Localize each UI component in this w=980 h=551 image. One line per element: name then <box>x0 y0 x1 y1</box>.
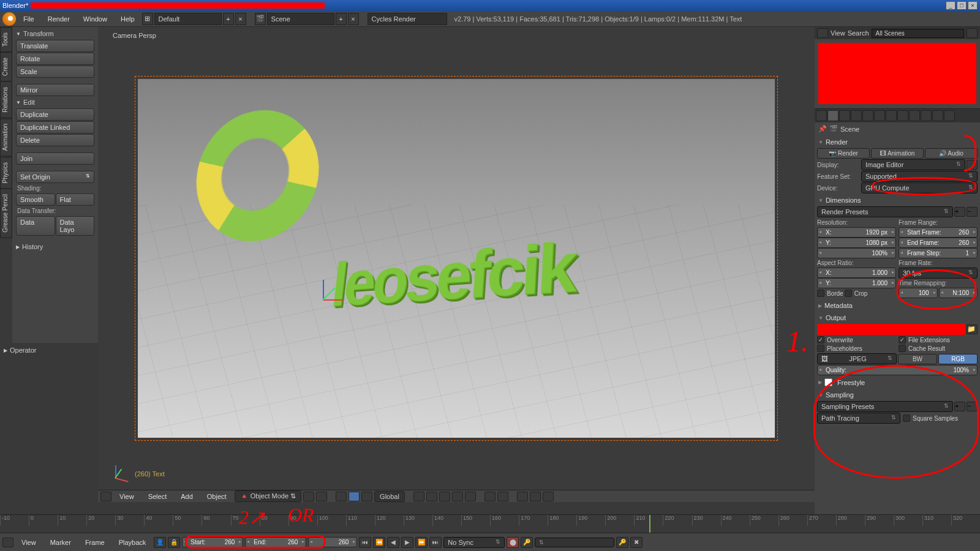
layer-3-icon[interactable] <box>439 492 450 501</box>
tab-world-icon[interactable] <box>851 110 862 121</box>
maximize-button[interactable]: □ <box>957 1 967 10</box>
transform-orientation[interactable]: Global <box>374 491 405 502</box>
tab-scene-icon[interactable] <box>839 110 850 121</box>
timeline-start-field[interactable]: Start:260 <box>182 537 243 547</box>
join-button[interactable]: Join <box>16 152 94 165</box>
rgb-button[interactable]: RGB <box>938 354 978 364</box>
frame-rate-select[interactable]: 30 fps <box>899 268 978 279</box>
tab-render-layers-icon[interactable] <box>827 110 839 121</box>
vtab-create[interactable]: Create <box>0 52 12 81</box>
mirror-button[interactable]: Mirror <box>16 84 94 96</box>
file-format-select[interactable]: 🖼 JPEG <box>817 353 897 364</box>
delete-button[interactable]: Delete <box>16 134 94 146</box>
panel-sampling[interactable]: Sampling <box>817 389 978 400</box>
tab-particles-icon[interactable] <box>932 110 943 121</box>
close-button[interactable]: × <box>968 1 978 10</box>
panel-render[interactable]: Render <box>817 137 978 148</box>
tab-material-icon[interactable] <box>909 110 920 121</box>
square-samples-checkbox[interactable]: Square Samples <box>903 413 978 424</box>
vtab-physics[interactable]: Physics <box>0 157 12 189</box>
3d-viewport[interactable]: Camera Persp leosefcik (260) Text <box>98 27 815 490</box>
vtab-relations[interactable]: Relations <box>0 81 12 118</box>
layer-1-icon[interactable] <box>413 492 424 501</box>
manipulator-rotate-icon[interactable] <box>349 492 360 501</box>
audio-button[interactable]: 🔊 Audio <box>925 148 978 159</box>
timeline-editor[interactable]: -100102030405060708090100110120130140150… <box>0 514 980 533</box>
playhead[interactable] <box>649 515 650 533</box>
output-path-field[interactable] <box>817 324 965 335</box>
placeholders-checkbox[interactable]: Placeholders <box>817 344 896 353</box>
vp-select-menu[interactable]: Select <box>142 490 173 503</box>
resolution-y[interactable]: Y:1080 px <box>817 238 896 248</box>
panel-dimensions[interactable]: Dimensions <box>817 195 978 206</box>
feature-set-select[interactable]: Supported <box>861 171 978 182</box>
layout-del-button[interactable]: × <box>235 13 246 25</box>
render-engine-select[interactable]: Cycles Render <box>368 13 447 25</box>
outliner-editor-icon[interactable] <box>817 28 828 38</box>
tab-modifiers-icon[interactable] <box>886 110 897 121</box>
remap-old[interactable]: 100 <box>899 288 938 298</box>
layout-browse-icon[interactable]: ⊞ <box>142 13 153 25</box>
render-preview-icon[interactable] <box>530 492 541 501</box>
gpencil-icon[interactable] <box>543 492 554 501</box>
menu-window[interactable]: Window <box>77 13 113 25</box>
browse-folder-icon[interactable]: 📁 <box>967 324 978 334</box>
play-icon[interactable]: ▶ <box>401 537 413 548</box>
play-reverse-icon[interactable]: ◀ <box>387 537 399 548</box>
overwrite-checkbox[interactable]: Overwrite <box>817 335 896 344</box>
render-presets-select[interactable]: Render Presets <box>817 206 953 217</box>
animation-button[interactable]: 🎞 Animation <box>871 148 924 159</box>
key-delete-icon[interactable]: ✖ <box>630 537 643 548</box>
keyframe-next-icon[interactable]: ⏩ <box>415 537 428 548</box>
end-frame-field[interactable]: End Frame:260 <box>899 238 978 248</box>
record-icon[interactable]: ⬤ <box>507 537 519 548</box>
shading-solid-icon[interactable] <box>303 492 314 501</box>
duplicate-linked-button[interactable]: Duplicate Linked <box>16 121 94 133</box>
player-icon[interactable]: 👤 <box>154 537 166 548</box>
vtab-greasepencil[interactable]: Grease Pencil <box>0 189 12 238</box>
display-select[interactable]: Image Editor <box>861 159 965 170</box>
tab-data-icon[interactable] <box>897 110 908 121</box>
panel-output[interactable]: Output <box>817 312 978 323</box>
scene-select[interactable]: Scene <box>267 13 334 25</box>
editor-type-icon[interactable] <box>100 492 111 501</box>
timeline-end-field[interactable]: End:260 <box>245 537 306 547</box>
jump-end-icon[interactable]: ⏭ <box>429 537 442 548</box>
proportional-icon[interactable] <box>517 492 528 501</box>
operator-header[interactable]: Operator <box>0 343 98 358</box>
vp-view-menu[interactable]: View <box>113 490 140 503</box>
start-frame-field[interactable]: Start Frame:260 <box>899 227 978 238</box>
snap-icon[interactable] <box>484 492 496 501</box>
sampling-preset-add-icon[interactable]: + <box>954 402 965 411</box>
keyframe-prev-icon[interactable]: ⏪ <box>373 537 385 548</box>
quality-field[interactable]: Quality:100% <box>817 365 978 375</box>
screen-layout-select[interactable]: Default <box>154 13 222 25</box>
remap-new[interactable]: N:100 <box>939 288 978 298</box>
outliner-search-icon[interactable] <box>967 28 978 38</box>
file-extensions-checkbox[interactable]: File Extensions <box>899 335 978 344</box>
outliner-search[interactable]: Search <box>848 29 869 37</box>
tl-playback-menu[interactable]: Playback <box>113 536 153 549</box>
device-select[interactable]: GPU Compute <box>861 182 978 193</box>
key-insert-icon[interactable]: 🔑 <box>616 537 628 548</box>
layer-4-icon[interactable] <box>452 492 463 501</box>
frame-step-field[interactable]: Frame Step:1 <box>899 248 978 258</box>
tab-physics-icon[interactable] <box>944 110 955 121</box>
manipulator-scale-icon[interactable] <box>361 492 372 501</box>
panel-edit[interactable]: Edit <box>13 97 97 108</box>
freestyle-checkbox[interactable] <box>824 378 832 386</box>
preset-add-icon[interactable]: + <box>954 207 965 217</box>
panel-freestyle[interactable]: Freestyle <box>817 377 978 388</box>
panel-transform[interactable]: Transform <box>13 28 97 39</box>
tab-render-icon[interactable] <box>816 110 827 121</box>
bw-button[interactable]: BW <box>898 354 937 364</box>
scale-button[interactable]: Scale <box>16 66 94 78</box>
aspect-y[interactable]: Y:1.000 <box>817 278 896 288</box>
preset-remove-icon[interactable]: − <box>967 207 978 217</box>
resolution-x[interactable]: X:1920 px <box>817 227 896 238</box>
tl-view-menu[interactable]: View <box>15 536 42 549</box>
tab-object-icon[interactable] <box>862 110 873 121</box>
outliner-view[interactable]: View <box>831 29 845 37</box>
minimize-button[interactable]: _ <box>946 1 956 10</box>
sampling-presets-select[interactable]: Sampling Presets <box>817 401 953 412</box>
